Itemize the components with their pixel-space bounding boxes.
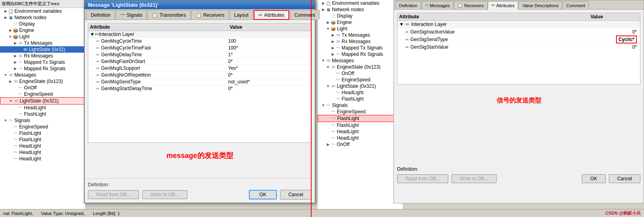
- signals-icon: 〜: [8, 118, 14, 123]
- mid-sidebar-item-enginespeed[interactable]: 〜 EngineSpeed: [318, 77, 403, 83]
- write-to-db-button[interactable]: Write to DB...: [142, 190, 187, 199]
- sidebar-item-enginespeed2[interactable]: 〜 EngineSpeed: [0, 124, 85, 130]
- read-from-db-button[interactable]: Read from DB...: [88, 190, 139, 199]
- sidebar-item-onoff[interactable]: 〜 OnOff: [0, 85, 85, 91]
- mid-sidebar-item-network[interactable]: ▶ 🖥 Network nodes: [318, 6, 403, 13]
- mid-sidebar-item-enginestate[interactable]: ▼ ✉ EngineState (0x123): [318, 64, 403, 70]
- right-tab-definition[interactable]: Definition: [396, 1, 421, 9]
- mid-sidebar-item-headlight[interactable]: 〜 HeadLight: [318, 89, 403, 96]
- attr-row-genmsgdelaytime[interactable]: ✏ GenMsgDelayTime 1*: [88, 51, 311, 58]
- mid-sidebar-item-messages[interactable]: ▼ ✉ Messages: [318, 57, 403, 64]
- status-value-type: Value Type: Unsigned,: [41, 211, 85, 216]
- right-tab-attributes[interactable]: ✏ Attributes: [488, 1, 518, 10]
- mid-sidebar-item-rx-msg[interactable]: ▶ ✉ Rx Messages: [318, 38, 403, 45]
- sig-icon: 〜: [330, 142, 336, 147]
- mid-sidebar-item-env[interactable]: ▶ 📋 Environment variables: [318, 0, 403, 6]
- attr-row-genmsgILsupport[interactable]: ✏ GenMsgILSupport Yes*: [88, 65, 311, 71]
- mid-sidebar-item-onoff[interactable]: 〜 OnOff: [318, 70, 403, 77]
- cancel-button[interactable]: Cancel: [280, 190, 312, 199]
- right-tab-messages[interactable]: ✉ Messages: [421, 1, 453, 9]
- sig-icon: 〜: [335, 51, 341, 57]
- mid-sidebar-item-engine[interactable]: ▶ 📦 Engine: [318, 19, 403, 26]
- status-length: Length [Bit]: 1: [93, 211, 120, 216]
- sidebar-item-headlight2[interactable]: 〜 HeadLight: [0, 143, 85, 149]
- expand-icon: ▶: [330, 52, 335, 56]
- sidebar-item-mapped-tx[interactable]: ▶ 〜 Mapped Tx Signals: [0, 59, 85, 65]
- sidebar-item-signals[interactable]: ▼ 〜 Signals: [0, 117, 85, 124]
- right-tab-receivers[interactable]: 📋 Receivers: [454, 1, 487, 9]
- sidebar-item-lightstate[interactable]: ✉ LightState (0x32): [0, 46, 85, 53]
- sidebar-item-mapped-rx[interactable]: ▶ 〜 Mapped Rx Signals: [0, 65, 85, 72]
- attr-row-genmsgstartdelaytime[interactable]: ✏ GenMsgStartDelayTime 0*: [88, 85, 311, 92]
- tab-attributes[interactable]: ✏ Attributes: [254, 10, 289, 20]
- tab-receivers[interactable]: 📋 Receivers: [191, 10, 229, 20]
- attr-row-genmsgfastonstart[interactable]: ✏ GenMsgFastOnStart 0*: [88, 58, 311, 65]
- mid-sidebar-item-headlight3[interactable]: 〜 HeadLight: [318, 135, 403, 141]
- attr-row-genmsgcycletime[interactable]: ✏ GenMsgCycleTime 100: [88, 37, 311, 44]
- tab-signals[interactable]: 〜 Signals: [116, 10, 147, 20]
- attr-name: GenMsgSendType: [101, 79, 141, 85]
- folder-icon: 📋: [8, 8, 14, 14]
- right-attr-row-startvalue[interactable]: ✏ GenSigStartValue 0*: [398, 43, 640, 51]
- right-read-db-button[interactable]: Read from DB...: [397, 174, 448, 183]
- tab-definition[interactable]: Definition: [86, 10, 115, 20]
- mid-sidebar-item-enginespeed2[interactable]: 〜 EngineSpeed: [318, 108, 403, 115]
- mid-sidebar-item-mapped-rx[interactable]: ▶ 〜 Mapped Rx Signals: [318, 51, 403, 57]
- right-attr-row-inactive[interactable]: ✏ GenSigInactiveValue 0*: [398, 28, 640, 36]
- item-label: Engine: [337, 20, 352, 25]
- right-ok-button[interactable]: OK: [582, 174, 605, 183]
- mid-sidebar-item-flashlight[interactable]: 〜 FlashLight: [318, 96, 403, 102]
- tab-label: Messages: [430, 3, 450, 8]
- item-label: Signals: [332, 103, 348, 108]
- mid-sidebar-item-signals[interactable]: ▼ 〜 Signals: [318, 102, 403, 108]
- sidebar-item-flashlight2[interactable]: 〜 FlashLight: [0, 130, 85, 136]
- mid-sidebar-item-tx-msg[interactable]: ▶ ✉ Tx Messages: [318, 32, 403, 38]
- right-write-db-button[interactable]: Write to DB...: [451, 174, 497, 183]
- sidebar-item-label: FlashLight: [24, 111, 46, 117]
- mid-sidebar-item-flashlight2[interactable]: 〜 FlashLight: [318, 115, 403, 122]
- right-attr-group: ▼ ✏ Interaction Layer: [398, 21, 640, 28]
- sidebar-item-headlight[interactable]: 〜 HeadLight: [0, 105, 85, 111]
- cyclic-value: Cyclic*: [616, 36, 637, 43]
- sidebar-item-messages[interactable]: ▼ ✉ Messages: [0, 72, 85, 78]
- right-tab-value-desc[interactable]: Value Descriptions: [519, 1, 562, 9]
- sidebar-item-tx-messages[interactable]: ▶ ✉ Tx Messages: [0, 40, 85, 46]
- tab-label: Comment: [566, 3, 585, 8]
- attr-row-genmsgsendtype[interactable]: ✏ GenMsgSendType not_used*: [88, 78, 311, 85]
- mid-sidebar-item-lightstate[interactable]: ▼ ✉ LightState (0x321): [318, 83, 403, 89]
- sidebar-item-flashlight3[interactable]: 〜 FlashLight: [0, 136, 85, 143]
- ok-button[interactable]: OK: [249, 190, 276, 199]
- sidebar-item-label: LightState (0x321): [20, 98, 59, 104]
- sidebar-item-enginespeed[interactable]: 〜 EngineSpeed: [0, 91, 85, 97]
- sidebar-item-lightstate2[interactable]: ▼ ✉ LightState (0x321): [0, 97, 85, 105]
- db-buttons: Read from DB... Write to DB...: [88, 190, 187, 199]
- right-attr-row-sendtype[interactable]: ✏ GenSigSendType Cyclic*: [398, 36, 640, 43]
- sidebar-item-rx-messages[interactable]: ▶ ✉ Rx Messages: [0, 53, 85, 59]
- attr-row-genmsgcycletimefast[interactable]: ✏ GenMsgCycleTimeFast 100*: [88, 44, 311, 51]
- sidebar-item-enginestate[interactable]: ▶ ✉ EngineState (0x123): [0, 78, 85, 85]
- sidebar-item-network-nodes[interactable]: ▶ 🖥 Network nodes: [0, 14, 85, 21]
- right-tab-comment[interactable]: Comment: [563, 1, 589, 9]
- item-label: Environment variables: [332, 0, 380, 6]
- sidebar-item-light[interactable]: ▼ 📦 Light: [0, 34, 85, 40]
- mid-sidebar-item-mapped-tx[interactable]: ▶ 〜 Mapped Tx Signals: [318, 45, 403, 51]
- mid-sidebar-item-onoff2[interactable]: ▶ 〜 OnOff: [318, 141, 403, 148]
- tab-layout[interactable]: Layout: [230, 10, 253, 20]
- sidebar-item-flashlight[interactable]: 〜 FlashLight: [0, 111, 85, 117]
- sidebar-item-engine[interactable]: ▶ 📦 Engine: [0, 27, 85, 34]
- mid-sidebar-item-display[interactable]: 📄 Display: [318, 13, 403, 19]
- tab-comment[interactable]: Comment: [290, 10, 320, 20]
- mid-sidebar-item-flashlight3[interactable]: 〜 FlashLight: [318, 122, 403, 128]
- mid-sidebar-item-light[interactable]: ▼ 📦 Light: [318, 26, 403, 32]
- attr-icon: ✏: [96, 73, 99, 77]
- right-cancel-button[interactable]: Cancel: [609, 174, 640, 183]
- mapped-rx-icon: 〜: [18, 66, 23, 71]
- sidebar-item-env-vars[interactable]: ▶ 📋 Environment variables: [0, 8, 85, 14]
- sidebar-item-display[interactable]: 📄 Display: [0, 21, 85, 27]
- sidebar-item-headlight3[interactable]: 〜 HeadLight: [0, 149, 85, 156]
- sidebar-item-headlight4[interactable]: 〜 HeadLight: [0, 156, 85, 162]
- tab-transmitters[interactable]: 📋 Transmitters: [147, 10, 190, 20]
- mid-sidebar-item-headlight2[interactable]: 〜 HeadLight: [318, 128, 403, 135]
- attr-row-genmsgnrofrepetition[interactable]: ✏ GenMsgNrOfRepetition 0*: [88, 71, 311, 78]
- sidebar-item-label: HeadLight: [19, 143, 41, 149]
